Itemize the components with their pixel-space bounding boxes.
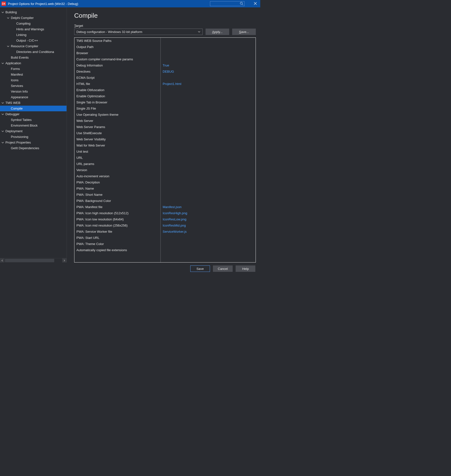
property-name[interactable]: PWA: Service Worker file — [74, 229, 160, 235]
property-name[interactable]: PWA: Icon mid resolution (256x256) — [74, 222, 160, 229]
property-name[interactable]: Single Tab in Browser — [74, 99, 160, 105]
nav-item-building[interactable]: Building — [0, 9, 67, 15]
property-name[interactable]: PWA: Theme Color — [74, 241, 160, 247]
nav-item-getit-dependencies[interactable]: GetIt Dependencies — [0, 145, 67, 151]
property-value[interactable] — [161, 148, 256, 155]
property-name[interactable]: PWA: Name — [74, 185, 160, 192]
nav-item-manifest[interactable]: Manifest — [0, 72, 67, 77]
nav-item-compiling[interactable]: Compiling — [0, 21, 67, 26]
chevron-down-icon[interactable] — [1, 62, 4, 65]
property-value-text[interactable]: Manifest.json — [163, 205, 182, 209]
property-value[interactable] — [161, 44, 256, 50]
property-value-text[interactable]: Project1.html — [163, 82, 181, 86]
property-name[interactable]: URL params — [74, 161, 160, 167]
property-name[interactable]: PWA: Background Color — [74, 198, 160, 204]
property-name[interactable]: Use Operating System theme — [74, 112, 160, 118]
property-value[interactable] — [161, 87, 256, 93]
chevron-down-icon[interactable] — [1, 101, 4, 105]
property-value[interactable] — [161, 185, 256, 192]
property-name[interactable]: HTML file — [74, 81, 160, 87]
property-value[interactable] — [161, 130, 256, 136]
nav-item-resource-compiler[interactable]: Resource Compiler — [0, 43, 67, 49]
property-name[interactable]: PWA: Decription — [74, 179, 160, 185]
property-name[interactable]: Debug Information — [74, 62, 160, 68]
property-value[interactable]: Project1.html — [161, 81, 256, 87]
property-name[interactable]: Single JS File — [74, 105, 160, 112]
chevron-down-icon[interactable] — [1, 11, 4, 14]
property-value[interactable]: True — [161, 62, 256, 68]
property-value[interactable] — [161, 136, 256, 142]
sidebar-horizontal-scrollbar[interactable] — [0, 258, 67, 263]
nav-item-tms-web[interactable]: TMS WEB — [0, 100, 67, 106]
nav-item-project-properties[interactable]: Project Properties — [0, 140, 67, 145]
property-name[interactable]: Web Server — [74, 118, 160, 124]
save-preset-button[interactable]: Save... — [232, 29, 256, 35]
nav-item-icons[interactable]: Icons — [0, 77, 67, 83]
chevron-down-icon[interactable] — [1, 130, 4, 133]
property-value[interactable]: ServiceWorker.js — [161, 229, 256, 235]
property-value[interactable] — [161, 173, 256, 179]
property-value[interactable] — [161, 167, 256, 173]
nav-item-deployment[interactable]: Deployment — [0, 128, 67, 134]
property-value[interactable]: IconResHigh.png — [161, 210, 256, 216]
property-value[interactable] — [161, 38, 256, 44]
cancel-button[interactable]: Cancel — [213, 265, 233, 272]
property-name[interactable]: ECMA Script — [74, 75, 160, 81]
target-dropdown[interactable]: Debug configuration - Windows 32-bit pla… — [74, 29, 203, 35]
property-value-text[interactable]: DEBUG — [163, 70, 174, 73]
property-value[interactable] — [161, 124, 256, 130]
save-button[interactable]: Save — [190, 265, 210, 272]
property-name[interactable]: Automatically copied file extensions — [74, 247, 160, 253]
property-value[interactable] — [161, 198, 256, 204]
nav-item-delphi-compiler[interactable]: Delphi Compiler — [0, 15, 67, 21]
property-name[interactable]: TMS WEB Source Paths — [74, 38, 160, 44]
nav-item-symbol-tables[interactable]: Symbol Tables — [0, 117, 67, 123]
nav-item-provisioning[interactable]: Provisioning — [0, 134, 67, 140]
property-value[interactable] — [161, 179, 256, 185]
property-value[interactable] — [161, 56, 256, 62]
nav-item-build-events[interactable]: Build Events — [0, 55, 67, 60]
chevron-down-icon[interactable] — [6, 45, 10, 48]
property-name[interactable]: PWA: Short Name — [74, 192, 160, 198]
nav-item-environment-block[interactable]: Environment Block — [0, 123, 67, 128]
property-value[interactable] — [161, 112, 256, 118]
property-value-text[interactable]: IconResMid.png — [163, 224, 186, 227]
nav-item-appearance[interactable]: Appearance — [0, 94, 67, 100]
property-value[interactable]: DEBUG — [161, 68, 256, 75]
property-name[interactable]: Auto-increment version — [74, 173, 160, 179]
property-value[interactable] — [161, 161, 256, 167]
property-value[interactable]: IconResMid.png — [161, 222, 256, 229]
property-value[interactable] — [161, 155, 256, 161]
titlebar-search[interactable] — [210, 1, 244, 6]
nav-item-linking[interactable]: Linking — [0, 32, 67, 38]
property-value[interactable] — [161, 118, 256, 124]
property-name[interactable]: Wait for Web Server — [74, 142, 160, 148]
property-name[interactable]: Enable Optimization — [74, 93, 160, 99]
nav-item-version-info[interactable]: Version Info — [0, 89, 67, 94]
property-value[interactable] — [161, 99, 256, 105]
property-name[interactable]: Version — [74, 167, 160, 173]
property-value-text[interactable]: ServiceWorker.js — [163, 230, 187, 233]
close-button[interactable] — [252, 0, 259, 7]
scroll-left-icon[interactable] — [0, 258, 4, 263]
nav-item-directories-and-conditiona[interactable]: Directories and Conditiona — [0, 49, 67, 55]
nav-item-debugger[interactable]: Debugger — [0, 111, 67, 117]
property-name[interactable]: Web Server Params — [74, 124, 160, 130]
property-name[interactable]: Output Path — [74, 44, 160, 50]
help-button[interactable]: Help — [236, 265, 255, 272]
nav-item-output-c-c-[interactable]: Output - C/C++ — [0, 38, 67, 43]
property-value[interactable] — [161, 50, 256, 56]
property-name[interactable]: Unit test — [74, 148, 160, 155]
property-value-text[interactable]: IconResLow.png — [163, 217, 186, 221]
property-value[interactable] — [161, 105, 256, 112]
nav-item-forms[interactable]: Forms — [0, 66, 67, 72]
property-name[interactable]: Browser — [74, 50, 160, 56]
property-name[interactable]: PWA: Icon high resolution (512x512) — [74, 210, 160, 216]
nav-item-application[interactable]: Application — [0, 60, 67, 66]
property-value[interactable] — [161, 247, 256, 253]
property-name[interactable]: Web Server Visibility — [74, 136, 160, 142]
chevron-down-icon[interactable] — [1, 141, 4, 144]
nav-item-compile[interactable]: Compile — [0, 106, 67, 111]
property-name[interactable]: Directives — [74, 68, 160, 75]
nav-item-services[interactable]: Services — [0, 83, 67, 89]
